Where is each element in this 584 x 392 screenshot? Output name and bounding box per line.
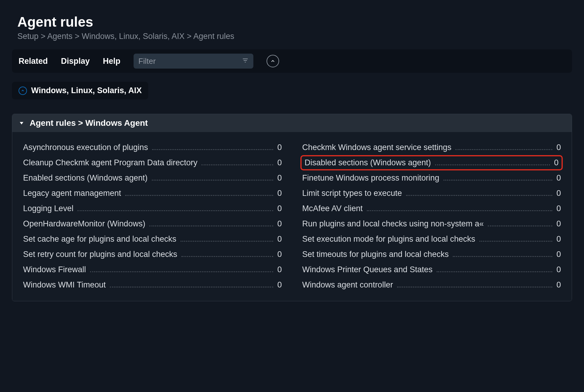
- svg-marker-3: [20, 122, 23, 124]
- rule-item[interactable]: Finetune Windows process monitoring0: [300, 170, 563, 186]
- rule-count: 0: [556, 204, 561, 213]
- related-menu[interactable]: Related: [19, 57, 48, 66]
- rule-item[interactable]: OpenHardwareMonitor (Windows)0: [21, 216, 284, 231]
- rule-item[interactable]: Windows Firewall0: [21, 262, 284, 277]
- leader-dots: [125, 191, 273, 196]
- collapse-button[interactable]: [267, 55, 279, 67]
- section-windows-agent: Agent rules > Windows Agent Asynchronous…: [12, 114, 572, 301]
- leader-dots: [444, 176, 552, 181]
- rule-count: 0: [277, 280, 282, 290]
- rule-item[interactable]: Checkmk Windows agent service settings0: [300, 140, 563, 155]
- rule-label: Legacy agent management: [23, 189, 121, 198]
- filter-box[interactable]: [134, 54, 253, 69]
- rule-label: Set execution mode for plugins and local…: [302, 234, 475, 244]
- rule-label: Set retry count for plugins and local ch…: [23, 250, 177, 259]
- rule-label: Windows WMI Timeout: [23, 280, 106, 290]
- rule-count: 0: [277, 234, 282, 244]
- rule-item[interactable]: Run plugins and local checks using non-s…: [300, 216, 563, 231]
- rule-count: 0: [277, 219, 282, 228]
- rule-label: Cleanup Checkmk agent Program Data direc…: [23, 158, 197, 167]
- leader-dots: [367, 206, 552, 211]
- leader-dots: [435, 161, 550, 165]
- filter-icon: [242, 57, 249, 65]
- leader-dots: [437, 267, 552, 272]
- rule-count: 0: [554, 158, 559, 167]
- rule-count: 0: [556, 143, 561, 152]
- rule-count: 0: [556, 234, 561, 244]
- rule-item[interactable]: Set retry count for plugins and local ch…: [21, 247, 284, 262]
- rule-label: Enabled sections (Windows agent): [23, 173, 148, 183]
- leader-dots: [181, 237, 273, 242]
- rule-count: 0: [556, 189, 561, 198]
- rule-label: Disabled sections (Windows agent): [305, 158, 431, 167]
- rule-item[interactable]: Set cache age for plugins and local chec…: [21, 231, 284, 247]
- rule-label: Checkmk Windows agent service settings: [302, 143, 451, 152]
- leader-dots: [488, 222, 552, 226]
- help-menu[interactable]: Help: [103, 57, 121, 66]
- rule-item[interactable]: Legacy agent management0: [21, 186, 284, 201]
- leader-dots: [152, 176, 273, 181]
- rule-label: Set cache age for plugins and local chec…: [23, 234, 176, 244]
- rule-count: 0: [277, 189, 282, 198]
- rule-label: Logging Level: [23, 204, 73, 213]
- toolbar: Related Display Help: [12, 49, 572, 73]
- rule-item[interactable]: Set execution mode for plugins and local…: [300, 231, 563, 247]
- leader-dots: [149, 222, 273, 226]
- rule-label: Set timeouts for plugins and local check…: [302, 250, 449, 259]
- leader-dots: [397, 283, 552, 287]
- leader-dots: [78, 206, 273, 211]
- rule-count: 0: [277, 265, 282, 274]
- leader-dots: [152, 145, 273, 150]
- rule-label: Windows Printer Queues and States: [302, 265, 432, 274]
- leader-dots: [406, 191, 552, 196]
- arrow-up-circle-icon: [19, 87, 27, 95]
- rule-count: 0: [277, 173, 282, 183]
- rule-label: McAfee AV client: [302, 204, 363, 213]
- section-title: Agent rules > Windows Agent: [30, 118, 148, 128]
- rule-count: 0: [277, 143, 282, 152]
- rule-count: 0: [556, 219, 561, 228]
- rule-item[interactable]: Limit script types to execute0: [300, 186, 563, 201]
- rule-label: Limit script types to execute: [302, 189, 402, 198]
- display-menu[interactable]: Display: [61, 57, 90, 66]
- leader-dots: [479, 237, 552, 242]
- triangle-down-icon: [19, 118, 24, 128]
- rule-item[interactable]: Cleanup Checkmk agent Program Data direc…: [21, 155, 284, 170]
- rule-label: Asynchronous execution of plugins: [23, 143, 148, 152]
- rule-item[interactable]: Windows Printer Queues and States0: [300, 262, 563, 277]
- leader-dots: [181, 252, 273, 257]
- rule-label: Run plugins and local checks using non-s…: [302, 219, 484, 228]
- rule-item[interactable]: Asynchronous execution of plugins0: [21, 140, 284, 155]
- leader-dots: [110, 283, 273, 287]
- rule-count: 0: [277, 204, 282, 213]
- rule-item[interactable]: Enabled sections (Windows agent)0: [21, 170, 284, 186]
- rule-label: OpenHardwareMonitor (Windows): [23, 219, 145, 228]
- rule-item[interactable]: Logging Level0: [21, 201, 284, 216]
- page-title: Agent rules: [17, 14, 572, 30]
- breadcrumb[interactable]: Setup > Agents > Windows, Linux, Solaris…: [17, 32, 572, 41]
- rule-label: Windows Firewall: [23, 265, 86, 274]
- rule-label: Finetune Windows process monitoring: [302, 173, 439, 183]
- parent-link-label: Windows, Linux, Solaris, AIX: [31, 86, 142, 95]
- rule-item[interactable]: McAfee AV client0: [300, 201, 563, 216]
- rule-item[interactable]: Disabled sections (Windows agent)0: [300, 155, 563, 170]
- rule-item[interactable]: Windows WMI Timeout0: [21, 277, 284, 293]
- parent-link-chip[interactable]: Windows, Linux, Solaris, AIX: [12, 82, 148, 99]
- section-header[interactable]: Agent rules > Windows Agent: [12, 114, 572, 132]
- leader-dots: [202, 161, 273, 165]
- leader-dots: [456, 145, 552, 150]
- rule-item[interactable]: Set timeouts for plugins and local check…: [300, 247, 563, 262]
- rule-count: 0: [556, 250, 561, 259]
- rule-item[interactable]: Windows agent controller0: [300, 277, 563, 293]
- rule-count: 0: [556, 173, 561, 183]
- leader-dots: [90, 267, 273, 272]
- leader-dots: [453, 252, 552, 257]
- filter-input[interactable]: [138, 57, 242, 66]
- rule-count: 0: [277, 158, 282, 167]
- rule-label: Windows agent controller: [302, 280, 393, 290]
- rule-count: 0: [556, 265, 561, 274]
- rule-count: 0: [277, 250, 282, 259]
- rule-count: 0: [556, 280, 561, 290]
